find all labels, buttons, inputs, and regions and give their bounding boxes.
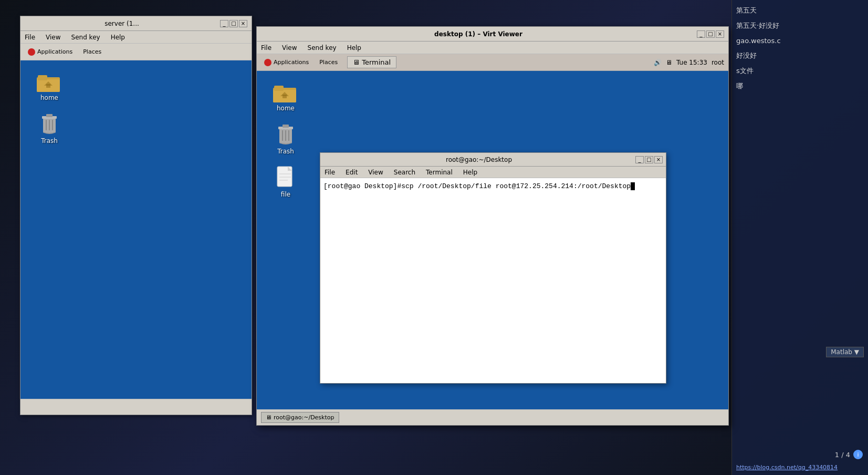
terminal-menu-help[interactable]: Help	[461, 168, 479, 177]
applications-label: Applications	[37, 48, 72, 55]
virt-close-btn[interactable]: ×	[716, 30, 724, 38]
terminal-maximize-btn[interactable]: □	[645, 156, 653, 163]
server-titlebar: server (1... _ □ ×	[20, 16, 252, 31]
terminal-tab-label: Terminal	[362, 58, 391, 66]
virt-menu-sendkey[interactable]: Send key	[306, 43, 339, 53]
taskbar-terminal-label: root@gao:~/Desktop	[274, 414, 334, 421]
server-maximize-btn[interactable]: □	[229, 20, 238, 27]
virt-places-btn[interactable]: Places	[316, 58, 341, 67]
server-menu-help[interactable]: Help	[109, 33, 127, 42]
terminal-window: root@gao:~/Desktop _ □ × File Edit View …	[320, 152, 666, 384]
taskbar-terminal-icon: 🖥	[266, 414, 271, 421]
server-window: server (1... _ □ × File View Send key He…	[20, 16, 252, 415]
right-panel-line-6: 哪	[736, 81, 864, 92]
volume-icon[interactable]: 🔊	[654, 59, 662, 66]
terminal-menubar: File Edit View Search Terminal Help	[320, 167, 666, 178]
virt-file-icon	[276, 166, 295, 189]
terminal-menu-view[interactable]: View	[366, 168, 385, 177]
terminal-tab-icon: 🖥	[353, 58, 360, 66]
virt-applications-btn[interactable]: Applications	[261, 58, 312, 67]
places-label: Places	[83, 48, 101, 55]
right-panel-line-5: s文件	[736, 66, 864, 77]
virt-file-icon-label: file	[281, 191, 290, 198]
virt-taskbar: 🖥 root@gao:~/Desktop	[257, 409, 728, 425]
display-icon[interactable]: 🖥	[666, 59, 672, 66]
virt-icon-trash[interactable]: Trash	[267, 122, 304, 155]
terminal-menu-terminal[interactable]: Terminal	[424, 168, 455, 177]
virt-menu-file[interactable]: File	[259, 43, 274, 53]
terminal-cursor	[631, 182, 635, 190]
server-window-title: server (1...	[25, 20, 219, 27]
terminal-menu-file[interactable]: File	[322, 168, 337, 177]
svg-rect-18	[283, 125, 289, 128]
virt-trash-can-icon	[275, 122, 296, 146]
pagination-text: 1 / 4	[835, 451, 850, 459]
fedora-icon	[28, 48, 35, 56]
svg-rect-2	[38, 75, 47, 80]
virt-maximize-btn[interactable]: □	[706, 30, 715, 38]
server-menubar: File View Send key Help	[20, 31, 252, 44]
trash-can-icon	[39, 112, 60, 135]
terminal-titlebar: root@gao:~/Desktop _ □ ×	[320, 153, 666, 167]
virt-icon-home[interactable]: home	[267, 81, 304, 112]
trash-icon-label: Trash	[41, 137, 58, 144]
server-minimize-btn[interactable]: _	[220, 20, 228, 27]
home-icon-label: home	[40, 94, 58, 101]
terminal-minimize-btn[interactable]: _	[635, 156, 644, 163]
system-tray: 🔊 🖥 Tue 15:33 root	[654, 59, 724, 66]
virt-applications-label: Applications	[274, 59, 309, 66]
server-menu-sendkey[interactable]: Send key	[69, 33, 102, 42]
terminal-title: root@gao:~/Desktop	[323, 156, 634, 163]
svg-rect-15	[283, 95, 287, 98]
server-close-btn[interactable]: ×	[239, 20, 247, 27]
virt-menubar: File View Send key Help	[257, 42, 728, 54]
url-text[interactable]: https://blog.csdn.net/qq_43340814	[736, 464, 838, 471]
terminal-command-line: [root@gao Desktop]# scp /root/Desktop/fi…	[323, 182, 663, 190]
right-panel-line-2: 第五天·好没好	[736, 20, 864, 32]
home-folder-icon	[37, 71, 62, 92]
virt-icon-file[interactable]: file	[267, 166, 304, 198]
virt-viewer-window: desktop (1) – Virt Viewer _ □ × File Vie…	[256, 26, 729, 426]
info-icon[interactable]: i	[853, 450, 863, 459]
virt-places-label: Places	[319, 59, 338, 66]
terminal-close-btn[interactable]: ×	[654, 156, 663, 163]
server-menu-view[interactable]: View	[44, 33, 62, 42]
virt-inner-toolbar: Applications Places 🖥 Terminal 🔊 🖥 Tue 1…	[257, 54, 728, 71]
virt-trash-icon-label: Trash	[277, 148, 294, 155]
virt-minimize-btn[interactable]: _	[697, 30, 705, 38]
terminal-menu-edit[interactable]: Edit	[343, 168, 360, 177]
virt-menu-view[interactable]: View	[280, 43, 299, 53]
right-panel: 第五天 第五天·好没好 gao.westos.c 好没好 s文件 哪 1 / 4…	[731, 0, 868, 475]
server-taskbar	[20, 399, 252, 415]
terminal-command: scp /root/Desktop/file root@172.25.254.2…	[401, 182, 631, 190]
terminal-tab[interactable]: 🖥 Terminal	[347, 56, 396, 68]
right-panel-line-3: gao.westos.c	[736, 36, 864, 47]
server-icon-trash[interactable]: Trash	[31, 112, 68, 144]
svg-rect-4	[46, 84, 50, 88]
server-desktop: home Trash	[20, 60, 252, 399]
terminal-content[interactable]: [root@gao Desktop]# scp /root/Desktop/fi…	[320, 178, 666, 383]
server-toolbar: Applications Places	[20, 44, 252, 60]
server-applications-btn[interactable]: Applications	[25, 47, 76, 57]
virt-home-icon-label: home	[277, 105, 295, 112]
virt-window-title: desktop (1) – Virt Viewer	[261, 30, 696, 38]
matlab-dropdown[interactable]: Matlab ▼	[826, 347, 864, 357]
server-places-btn[interactable]: Places	[80, 47, 104, 56]
user-label: root	[712, 59, 724, 66]
virt-menu-help[interactable]: Help	[345, 43, 363, 53]
terminal-prompt: [root@gao Desktop]#	[323, 182, 401, 190]
terminal-menu-search[interactable]: Search	[392, 168, 417, 177]
right-panel-line-4: 好没好	[736, 50, 864, 61]
server-icon-home[interactable]: home	[31, 71, 68, 101]
svg-rect-13	[274, 86, 284, 91]
virt-home-folder-icon	[273, 81, 298, 102]
taskbar-terminal-btn[interactable]: 🖥 root@gao:~/Desktop	[261, 412, 339, 423]
system-time: Tue 15:33	[676, 59, 707, 66]
right-panel-line-1: 第五天	[736, 5, 864, 16]
virt-titlebar: desktop (1) – Virt Viewer _ □ ×	[257, 27, 728, 42]
virt-fedora-icon	[264, 59, 271, 66]
svg-rect-7	[46, 114, 53, 117]
server-menu-file[interactable]: File	[23, 33, 37, 42]
virt-desktop: home Trash	[257, 71, 728, 397]
